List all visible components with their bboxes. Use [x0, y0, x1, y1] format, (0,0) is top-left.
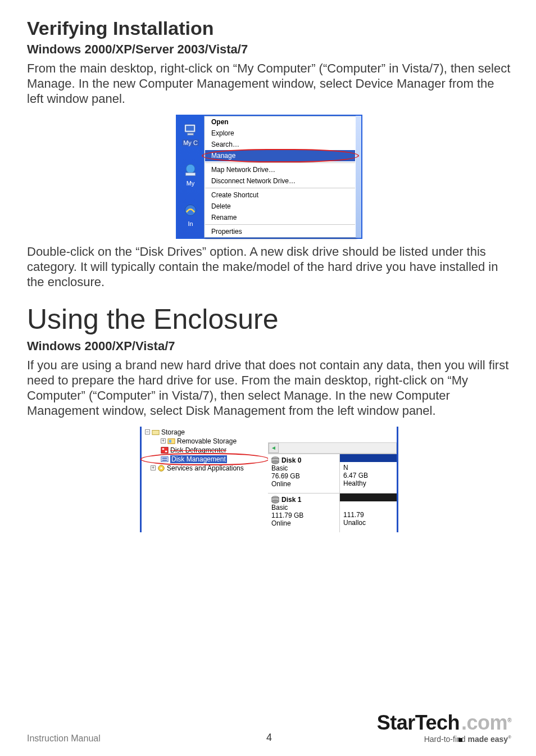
partition-text: N 6.47 GB Healthy: [340, 462, 397, 489]
menu-search[interactable]: Search…: [205, 139, 356, 150]
ie-icon: [183, 202, 198, 218]
scroll-left-icon[interactable]: ◄: [269, 443, 279, 453]
svg-point-16: [160, 467, 162, 469]
disk-list-pane: ◄ Disk 0 Basic 76.69 GB Online N 6.47 GB…: [268, 427, 397, 532]
screenshot-context-menu: My C My In Open Explore Search… Manage: [176, 115, 362, 239]
mmc-tree: − Storage + Removable Storage Disk Defra…: [142, 427, 268, 532]
menu-separator: [205, 224, 355, 225]
svg-rect-10: [162, 448, 165, 450]
heading-using-enclosure: Using the Enclosure: [27, 303, 511, 336]
tree-removable-label: Removable Storage: [177, 437, 237, 445]
context-menu: Open Explore Search… Manage Map Network …: [204, 116, 356, 238]
svg-point-22: [272, 500, 279, 503]
desktop-icons-strip: My C My In: [177, 116, 204, 238]
expand-icon[interactable]: +: [151, 465, 156, 470]
removable-storage-icon: [167, 437, 175, 445]
partition-text: 111.79 Unalloc: [340, 501, 397, 528]
brand-name: StarTech: [377, 711, 460, 734]
page-footer: 4 Instruction Manual StarTech.com® Hard-…: [27, 711, 511, 744]
disk-title-text: Disk 1: [281, 496, 301, 504]
page-number: 4: [27, 732, 511, 744]
disk-type: Basic: [271, 464, 336, 472]
tree-storage[interactable]: − Storage: [144, 428, 266, 437]
network-places-icon: [183, 162, 198, 178]
my-network-label: My: [183, 180, 198, 187]
svg-rect-8: [169, 440, 171, 442]
menu-separator: [205, 188, 355, 188]
subheading-os1: Windows 2000/XP/Server 2003/Vista/7: [27, 42, 511, 57]
svg-rect-14: [162, 460, 167, 461]
desktop-strip: [356, 116, 361, 238]
tree-defrag-label: Disk Defragmenter: [170, 446, 226, 454]
svg-rect-12: [161, 456, 168, 461]
menu-rename[interactable]: Rename: [205, 212, 356, 223]
para-using-enclosure: If you are using a brand new hard drive …: [27, 358, 511, 418]
disk-status: Online: [271, 519, 336, 527]
menu-delete[interactable]: Delete: [205, 201, 356, 212]
disk-row: Disk 0 Basic 76.69 GB Online N 6.47 GB H…: [268, 454, 397, 493]
tree-services[interactable]: + Services and Applications: [144, 464, 266, 473]
my-computer-desktop-icon: My C: [182, 121, 199, 146]
services-icon: [157, 464, 165, 472]
menu-map-drive[interactable]: Map Network Drive…: [205, 164, 356, 175]
svg-rect-2: [188, 133, 194, 135]
my-computer-label: My C: [182, 139, 199, 146]
tree-removable[interactable]: + Removable Storage: [144, 437, 266, 446]
menu-separator: [205, 162, 355, 163]
menu-manage[interactable]: Manage: [205, 150, 355, 161]
disk-info: Disk 0 Basic 76.69 GB Online: [268, 454, 340, 493]
disk-row: Disk 1 Basic 111.79 GB Online 111.79 Una…: [268, 493, 397, 532]
menu-disconnect-drive[interactable]: Disconnect Network Drive…: [205, 175, 356, 187]
svg-rect-13: [162, 458, 167, 459]
disk-title: Disk 1: [271, 496, 336, 504]
disk-size: 76.69 GB: [271, 472, 336, 480]
my-computer-icon: [183, 121, 198, 137]
para-verifying-1: From the main desktop, right-click on “M…: [27, 61, 511, 106]
bottom-desktop-icon: In: [183, 202, 198, 227]
svg-rect-1: [186, 126, 194, 131]
heading-verifying: Verifying Installation: [27, 18, 511, 39]
brand-com: .com: [461, 711, 507, 734]
svg-point-19: [272, 461, 279, 464]
menu-open[interactable]: Open: [205, 116, 356, 128]
disk-title: Disk 0: [271, 456, 336, 464]
collapse-icon[interactable]: −: [145, 429, 150, 434]
svg-point-5: [185, 205, 196, 215]
tree-defrag[interactable]: Disk Defragmenter: [144, 446, 266, 455]
disk-icon: [271, 456, 279, 464]
menu-manage-row[interactable]: Manage: [205, 150, 356, 161]
partition-bar: [340, 494, 397, 501]
partition-bar: [340, 454, 397, 462]
brand-dot-icon: [458, 738, 462, 742]
svg-point-3: [186, 164, 195, 173]
svg-rect-11: [165, 451, 167, 452]
svg-rect-9: [161, 447, 168, 453]
tree-services-label: Services and Applications: [167, 464, 244, 472]
svg-rect-4: [185, 173, 196, 175]
disk-status: Online: [271, 480, 336, 488]
tree-dm-label: Disk Management: [170, 455, 227, 463]
expand-icon[interactable]: +: [161, 438, 166, 443]
disk-partition[interactable]: N 6.47 GB Healthy: [340, 454, 397, 493]
menu-create-shortcut[interactable]: Create Shortcut: [205, 189, 356, 201]
subheading-os2: Windows 2000/XP/Vista/7: [27, 339, 511, 354]
disk-management-icon: [161, 455, 169, 463]
registered-icon: ®: [507, 717, 511, 723]
disk-type: Basic: [271, 504, 336, 511]
para-verifying-2: Double-click on the “Disk Drives” option…: [27, 245, 511, 289]
disk-icon: [271, 496, 279, 504]
defragmenter-icon: [161, 446, 169, 454]
my-network-desktop-icon: My: [183, 162, 198, 187]
menu-properties[interactable]: Properties: [205, 226, 356, 237]
horizontal-scrollbar[interactable]: ◄: [268, 442, 397, 454]
svg-rect-6: [152, 430, 159, 434]
disk-title-text: Disk 0: [281, 456, 301, 464]
disk-size: 111.79 GB: [271, 511, 336, 519]
disk-partition[interactable]: 111.79 Unalloc: [340, 494, 397, 532]
disk-info: Disk 1 Basic 111.79 GB Online: [268, 494, 340, 532]
storage-icon: [152, 428, 160, 436]
tree-disk-management[interactable]: Disk Management: [144, 455, 266, 464]
menu-explore[interactable]: Explore: [205, 128, 356, 139]
bottom-icon-label: In: [183, 220, 198, 227]
tree-storage-label: Storage: [161, 428, 185, 436]
